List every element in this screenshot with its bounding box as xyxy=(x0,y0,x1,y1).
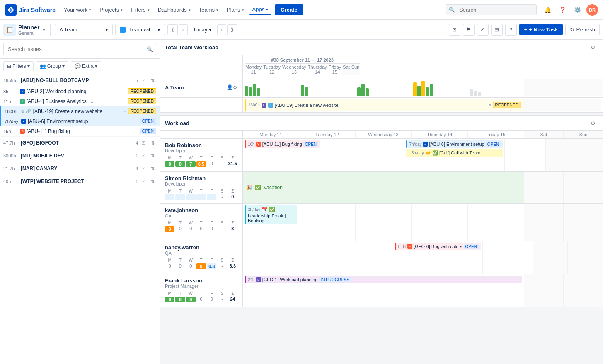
group-header-nar[interactable]: 21.7h [NAR] CANARY 4 ☑ ⇅ xyxy=(0,162,160,175)
issue-row-highlighted2[interactable]: 7h/day ✓ [ABU-6] Environment setup OPEN xyxy=(0,116,160,126)
refresh-button[interactable]: ↻ Refresh xyxy=(565,24,600,35)
screen-icon[interactable]: ⊡ xyxy=(449,24,460,36)
day-fri: Friday 15 xyxy=(328,64,342,75)
nav-filters[interactable]: Filters ▾ xyxy=(128,5,153,14)
issue-row-highlighted[interactable]: 1600h ⊞ 🔗 [ABU-19] Create a new website … xyxy=(0,106,160,116)
kate-role: QA xyxy=(165,213,237,218)
next-button[interactable]: › xyxy=(217,24,226,35)
issue-title: [ABU-19] Create a new website xyxy=(33,108,122,114)
chevron-down-icon3: ▾ xyxy=(209,27,212,33)
team-dropdown[interactable]: A Team ▾ xyxy=(55,24,113,35)
bell-icon[interactable]: 🔔 xyxy=(542,4,553,16)
extra-button[interactable]: 💬 Extra ▾ xyxy=(71,61,101,71)
day-val: 8 xyxy=(165,297,174,302)
nancy-name: nancy.warren xyxy=(165,244,237,251)
group-header-md[interactable]: 3000h [MD] MOBILE DEV 1 ☑ ⇅ xyxy=(0,149,160,162)
bug-event[interactable]: 16h ✕ [ABU-11] Bug fixing OPEN xyxy=(245,140,320,148)
sidebar-search-input[interactable] xyxy=(3,43,156,55)
nav-plans[interactable]: Plans ▾ xyxy=(223,5,247,14)
workload-title: Workload xyxy=(165,120,588,126)
sort-icon[interactable]: ⇅ xyxy=(149,165,156,172)
frank-event-cell: 24h E [GFO-1] Workload planning IN PROGR… xyxy=(243,274,524,307)
frank-role: Project Manager xyxy=(165,284,237,289)
checkbox-icon[interactable]: ☑ xyxy=(140,165,147,172)
info-icon[interactable]: ? xyxy=(505,24,517,36)
workload-gear-icon[interactable]: ⚙ xyxy=(588,118,598,128)
issue-row[interactable]: 11h ↑ [ABU-1] Business Analytics. ... RE… xyxy=(0,96,160,106)
env-setup-event[interactable]: 7h/day ✓ [ABU-6] Environment setup OPEN xyxy=(406,140,503,148)
day-sun: Sun xyxy=(351,64,361,75)
skip-back-button[interactable]: ⟪ xyxy=(167,24,178,35)
filter-icon[interactable]: ⊟ xyxy=(491,24,503,36)
nancy-sat xyxy=(533,241,568,274)
checkbox-icon[interactable]: ☑ xyxy=(140,77,147,84)
simon-day-vals: - 0 xyxy=(165,194,237,200)
vacation-emoji: 🎉 xyxy=(246,185,252,190)
prev-button[interactable]: ‹ xyxy=(179,24,188,35)
cal-days-header: #38 September 11 — 17 2023 Monday 11 Tue… xyxy=(160,55,603,77)
day-val: 8.5 xyxy=(196,161,206,167)
call-event[interactable]: 1.5h/day 🤝 ✅ [Call] Call with Team xyxy=(406,149,503,157)
kate-thu-cell xyxy=(412,204,468,241)
group-time: 40h xyxy=(3,179,19,184)
sort-icon[interactable]: ⇅ xyxy=(149,178,156,185)
nav-your-work[interactable]: Your work ▾ xyxy=(61,5,94,14)
workload-planning-event[interactable]: 24h E [GFO-1] Workload planning IN PROGR… xyxy=(245,276,522,283)
simon-info: Simon Richman Developer MTWTFSΣ xyxy=(160,172,243,203)
event-time: 7h/day xyxy=(409,142,421,147)
nav-projects[interactable]: Projects ▾ xyxy=(96,5,126,14)
bob-days-grid: MTWTFSΣ 8 8 7 8.5 0 - 31.5 xyxy=(165,156,237,167)
flag-icon[interactable]: ⚑ xyxy=(463,24,475,36)
sort-icon[interactable]: ⇅ xyxy=(149,139,156,147)
group-time: 21.7h xyxy=(3,166,19,171)
total-workload-title: Total Team Workload xyxy=(165,44,588,51)
nav-teams[interactable]: Teams ▾ xyxy=(196,5,222,14)
sort-icon[interactable]: ⇅ xyxy=(149,77,156,84)
day-tue: Tuesday 12 xyxy=(262,64,281,75)
day-val: 0 xyxy=(186,226,196,232)
group-icons: ☑ ⇅ xyxy=(140,165,156,172)
issue-row[interactable]: 8h ✓ [ABU-2] Workload planning REOPENED xyxy=(0,87,160,96)
view-dropdown[interactable]: Team wit… ▾ xyxy=(115,24,165,35)
nav-apps[interactable]: Apps ▾ xyxy=(249,5,272,15)
event-badge: REOPENED xyxy=(493,102,521,108)
bob-info: Bob Robinson Developer MTWTFSΣ 8 8 7 8.5 xyxy=(160,139,243,171)
today-button[interactable]: Today ▾ xyxy=(189,24,216,35)
bob-fri-cell xyxy=(505,139,546,171)
create-button[interactable]: Create xyxy=(275,4,303,15)
person-settings-icon[interactable]: 👤⚙ xyxy=(227,84,237,90)
group-header-gfo[interactable]: 47.7h [GFO] BIGFOOT 4 ☑ ⇅ xyxy=(0,137,160,149)
bug-colors-event[interactable]: 8.3h ✕ [GFO-6] Bug with colors OPEN xyxy=(395,243,481,250)
skip-forward-button[interactable]: ⟫ xyxy=(227,24,237,35)
day-val: 8 xyxy=(175,297,185,302)
checkbox-icon[interactable]: ☑ xyxy=(140,152,147,159)
planner-title: Planner xyxy=(18,24,39,31)
group-header-abu[interactable]: 1655h [ABU] NO-BULL BOOTCAMP 5 ☑ ⇅ xyxy=(0,74,160,87)
checkbox-icon[interactable]: ☑ xyxy=(140,139,147,147)
top-navigation: Jira Software Your work ▾ Projects ▾ Fil… xyxy=(0,0,603,20)
story-icon: ↑ xyxy=(20,99,25,104)
day-val: 7 xyxy=(186,161,196,167)
sort-icon[interactable]: ⇅ xyxy=(149,152,156,159)
event-create-website[interactable]: 1600h E ↗ [ABU-19] Create a new website … xyxy=(245,99,523,111)
settings-icon[interactable]: ⚙️ xyxy=(572,4,583,16)
issue-row[interactable]: 16h ✕ [ABU-11] Bug fixing OPEN xyxy=(0,126,160,136)
group-button[interactable]: 👥 Group ▾ xyxy=(36,61,68,71)
filters-button[interactable]: ⊟ Filters ▾ xyxy=(3,61,34,71)
nav-dashboards[interactable]: Dashboards ▾ xyxy=(155,5,194,14)
group-header-wtp[interactable]: 40h [WTP] WEBSITE PROJECT 1 ☑ ⇅ xyxy=(0,175,160,188)
checkbox-icon[interactable]: ☑ xyxy=(140,178,147,185)
leadership-event[interactable]: 3h/day 📅 ✅ Leadership Freak | Booking xyxy=(245,205,297,224)
kate-mon-cell: 3h/day 📅 ✅ Leadership Freak | Booking xyxy=(243,204,299,241)
avatar[interactable]: BR xyxy=(586,4,598,16)
check-icon: ✅ xyxy=(269,207,275,212)
expand-icon[interactable]: ⤢ xyxy=(477,24,489,36)
planner-expand[interactable]: ▾ xyxy=(42,26,46,34)
gear-icon[interactable]: ⚙ xyxy=(588,42,598,52)
event-sun xyxy=(562,99,601,111)
logo[interactable]: Jira Software xyxy=(5,4,56,16)
group-badge: 1 xyxy=(136,153,138,158)
new-task-button[interactable]: + + New Task xyxy=(519,24,563,35)
help-icon[interactable]: ❓ xyxy=(557,4,568,16)
search-input[interactable] xyxy=(446,4,537,15)
